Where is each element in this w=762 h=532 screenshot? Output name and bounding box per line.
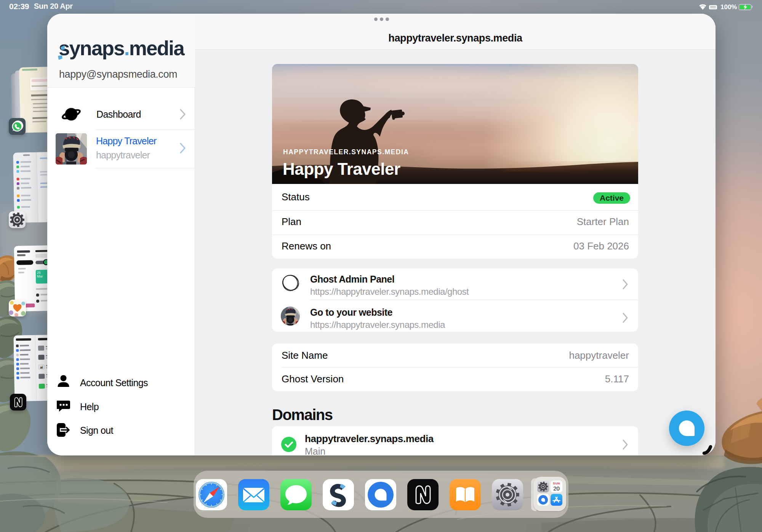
svg-text:HAPPYTRAVELER.SYNAPS.MEDIA: HAPPYTRAVELER.SYNAPS.MEDIA [283,148,409,156]
svg-text:Happy Traveler: Happy Traveler [283,160,400,178]
svg-text:100%: 100% [720,3,737,11]
